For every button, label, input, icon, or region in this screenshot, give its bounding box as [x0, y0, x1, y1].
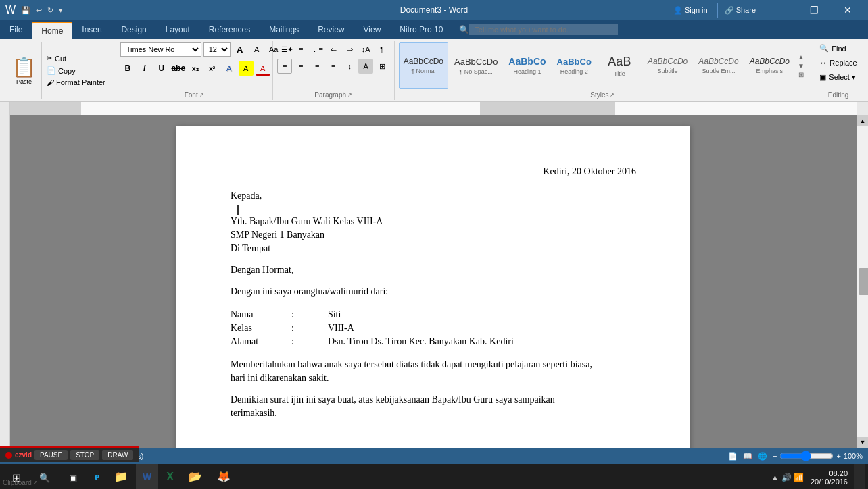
style-subtle-emphasis[interactable]: AaBbCcDo Subtle Em...: [694, 42, 743, 89]
style-no-space[interactable]: AaBbCcDo ¶ No Spac...: [450, 42, 502, 89]
restore-button[interactable]: ❐: [799, 0, 829, 20]
taskbar: ⊞ 🔍 ▣ e 📁 W X 📂 🦊 ▲ 🔊 📶 08.20 20/10/2016: [0, 464, 868, 489]
redo-icon[interactable]: ↻: [46, 5, 55, 16]
numbering-button[interactable]: ≡: [293, 42, 308, 57]
ruler-corner: [0, 102, 10, 115]
word-icon-btn[interactable]: W: [136, 464, 158, 489]
tab-nitro[interactable]: Nitro Pro 10: [390, 20, 452, 39]
bullets-button[interactable]: ☰: [277, 42, 292, 57]
zoom-out-button[interactable]: −: [773, 452, 777, 460]
show-marks-button[interactable]: ¶: [375, 42, 389, 57]
bold-button[interactable]: B: [120, 61, 135, 76]
shading-button[interactable]: A: [358, 59, 373, 74]
recorder-bar: ezvid PAUSE STOP DRAW: [0, 446, 139, 462]
styles-scroll-up[interactable]: ▲: [796, 53, 806, 61]
minimize-button[interactable]: —: [766, 0, 796, 20]
vertical-scrollbar[interactable]: ▲ ▼: [857, 115, 868, 448]
zoom-in-button[interactable]: +: [836, 452, 840, 460]
pause-button[interactable]: PAUSE: [34, 450, 68, 460]
tab-view[interactable]: View: [354, 20, 391, 39]
folder2-app[interactable]: 📂: [182, 464, 209, 489]
grow-font-button[interactable]: A: [233, 42, 247, 57]
tab-home[interactable]: Home: [32, 22, 72, 39]
find-button[interactable]: 🔍 Find: [815, 42, 861, 55]
firefox-app[interactable]: 🦊: [210, 464, 237, 489]
tab-file[interactable]: File: [0, 20, 32, 39]
tab-references[interactable]: References: [199, 20, 260, 39]
style-normal[interactable]: AaBbCcDo ¶ Normal: [399, 42, 448, 89]
zoom-slider[interactable]: [779, 451, 834, 461]
tab-design[interactable]: Design: [112, 20, 155, 39]
tab-mailings[interactable]: Mailings: [260, 20, 308, 39]
tab-layout[interactable]: Layout: [156, 20, 199, 39]
line-spacing-button[interactable]: ↕: [342, 59, 357, 74]
style-subtitle[interactable]: AaBbCcDo Subtitle: [643, 42, 692, 89]
text-effects-button[interactable]: A: [222, 61, 237, 76]
multilevel-button[interactable]: ⋮≡: [310, 42, 324, 57]
edge-app[interactable]: e: [88, 464, 106, 489]
strikethrough-button[interactable]: abc: [171, 61, 186, 76]
sign-in-button[interactable]: 👤 FindSign in: [667, 3, 715, 18]
time-display[interactable]: 08.20 20/10/2016: [806, 469, 852, 486]
task-view-button[interactable]: ▣: [59, 464, 87, 489]
subscript-button[interactable]: x₂: [188, 61, 203, 76]
decrease-indent-button[interactable]: ⇐: [326, 42, 341, 57]
styles-expand[interactable]: ⊞: [796, 71, 806, 78]
copy-button[interactable]: 📄 Copy: [45, 66, 107, 76]
cut-button[interactable]: ✂ Cut: [45, 53, 107, 63]
style-heading2[interactable]: AaBbCo Heading 2: [552, 42, 596, 89]
styles-group-label[interactable]: Styles ↗: [590, 91, 614, 99]
justify-button[interactable]: ≡: [326, 59, 341, 74]
show-desktop-button[interactable]: [854, 464, 865, 489]
sort-button[interactable]: ↕A: [358, 42, 373, 57]
style-emphasis[interactable]: AaBbCcDo Emphasis: [745, 42, 794, 89]
paragraph-group-label[interactable]: Paragraph ↗: [314, 91, 352, 99]
tab-review[interactable]: Review: [308, 20, 354, 39]
layout-web-icon[interactable]: 🌐: [758, 452, 767, 461]
increase-indent-button[interactable]: ⇒: [342, 42, 357, 57]
select-button[interactable]: ▣ Select ▾: [815, 71, 861, 84]
borders-button[interactable]: ⊞: [375, 59, 389, 74]
share-button[interactable]: 🔗 Share: [717, 3, 763, 18]
stop-button[interactable]: STOP: [70, 450, 99, 460]
scrollbar-down[interactable]: ▼: [857, 437, 868, 448]
superscript-button[interactable]: x²: [205, 61, 220, 76]
font-color-button[interactable]: A: [256, 61, 270, 76]
editing-group: 🔍 Find ↔ Replace ▣ Select ▾ Editing: [811, 41, 865, 100]
draw-button[interactable]: DRAW: [102, 450, 133, 460]
styles-scroll-down[interactable]: ▼: [796, 62, 806, 70]
font-size-selector[interactable]: 12: [203, 42, 231, 57]
scrollbar-thumb[interactable]: [859, 268, 868, 295]
save-icon[interactable]: 💾: [20, 5, 32, 16]
styles-scroll[interactable]: ▲ ▼ ⊞: [796, 53, 806, 78]
font-row1: Times New Ro 12 A A Aa ✦: [120, 42, 298, 57]
align-right-button[interactable]: ≡: [310, 59, 324, 74]
font-name-selector[interactable]: Times New Ro: [120, 42, 201, 57]
customize-icon[interactable]: ▾: [57, 5, 64, 16]
excel-app[interactable]: X: [160, 464, 180, 489]
document-scroll[interactable]: Kediri, 20 Oktober 2016 Kepada, Yth. Bap…: [10, 115, 857, 448]
align-center-button[interactable]: ≡: [293, 59, 308, 74]
replace-button[interactable]: ↔ Replace: [815, 57, 861, 69]
style-subtitle-label: Subtitle: [658, 68, 678, 74]
close-button[interactable]: ✕: [832, 0, 863, 20]
style-heading1[interactable]: AaBbCo Heading 1: [504, 42, 550, 89]
underline-button[interactable]: U: [154, 61, 169, 76]
paste-button[interactable]: 📋 Paste: [7, 42, 42, 99]
format-painter-button[interactable]: 🖌 Format Painter: [45, 78, 107, 87]
align-left-button[interactable]: ≡: [277, 59, 292, 74]
style-title[interactable]: AaB Title: [598, 42, 642, 89]
explorer-app[interactable]: 📁: [107, 464, 135, 489]
italic-button[interactable]: I: [137, 61, 152, 76]
font-group-label[interactable]: Font ↗: [185, 91, 204, 99]
highlight-button[interactable]: A: [239, 61, 254, 76]
tab-insert[interactable]: Insert: [72, 20, 112, 39]
layout-print-icon[interactable]: 📄: [728, 452, 738, 461]
clipboard-group-label[interactable]: Clipboard ↗: [3, 479, 38, 486]
undo-icon[interactable]: ↩: [34, 5, 43, 16]
shrink-font-button[interactable]: A: [249, 42, 264, 57]
layout-read-icon[interactable]: 📖: [743, 452, 752, 461]
scrollbar-up[interactable]: ▲: [857, 115, 868, 126]
explorer-icon: 📁: [114, 470, 128, 483]
search-input[interactable]: [469, 24, 618, 35]
